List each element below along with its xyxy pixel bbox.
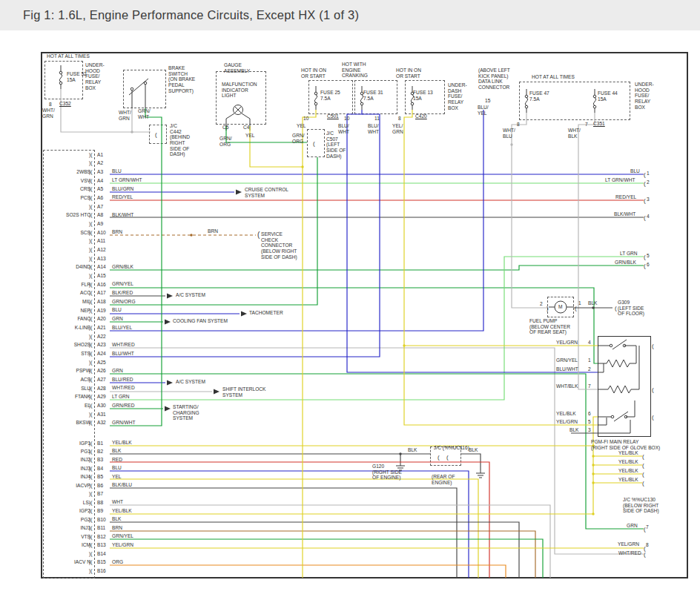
- fuel-pump-label: FUEL PUMP (BELOW CENTER OF REAR SEAT): [529, 318, 570, 335]
- jc-c507-label: J/C C507 (LEFT SIDE OF DASH): [326, 131, 346, 159]
- ecm-terminal-name: ICM: [49, 542, 90, 548]
- pin-label: B11: [97, 525, 105, 531]
- pin-label: A14: [97, 264, 106, 270]
- ecm-terminal-name: SHO2S: [49, 342, 90, 348]
- diagram-label: C5: [222, 125, 228, 131]
- pin-label: B15: [97, 559, 106, 565]
- diagram-label: UNDER- HOOD FUSE/ RELAY BOX: [85, 62, 105, 90]
- pin-label: A13: [97, 256, 106, 262]
- pin-label: B12: [97, 534, 106, 540]
- diagram-label: C4: [243, 125, 249, 131]
- diagram-label: BRN: [208, 228, 218, 234]
- pin-label: B14: [97, 551, 106, 557]
- g120-label: G120 (RIGHT SIDE OF ENGINE): [372, 464, 402, 481]
- diagram-label: 7: [585, 122, 588, 128]
- jc-c116-label: J/C (%%UC116): [434, 445, 469, 451]
- pin-label: B10: [97, 517, 106, 523]
- wire-color-label: BRN: [112, 229, 122, 235]
- pin-label: A2: [97, 160, 103, 166]
- ecm-terminal-name: BKSW: [49, 420, 90, 426]
- diagram-label: WHT/BLK: [556, 383, 578, 389]
- ecm-terminal-name: PG2: [49, 517, 90, 523]
- service-check-connector-label: SERVICE CHECK CONNECTOR (BELOW RIGHT SID…: [261, 231, 297, 260]
- diagram-label: YEL/BLK: [618, 477, 638, 483]
- diagram-label: 6: [588, 411, 591, 417]
- diagram-label: GRN/BLK: [615, 260, 636, 266]
- wire-color-label: GRN: [112, 316, 123, 322]
- diagram-label: YEL/GRN: [556, 419, 578, 425]
- pin-label: A1: [97, 152, 103, 158]
- wire-color-label: WHT/RED: [112, 385, 135, 391]
- diagram-label: 4: [588, 340, 591, 346]
- pin-label: A19: [97, 308, 106, 314]
- pin-connector-icon: )(: [89, 273, 92, 279]
- ecm-terminal-name: IGP2: [49, 508, 90, 514]
- diagram-label: 10: [303, 116, 308, 122]
- cooling-fan-label: COOLING FAN SYSTEM: [173, 318, 228, 324]
- diagram-label: 3: [588, 427, 591, 433]
- wire-color-label: BLU/GRN: [112, 186, 133, 192]
- pin-connector-icon: )(: [89, 160, 92, 166]
- diagram-label: RED/YEL: [615, 194, 636, 200]
- g309-label: G309 (LEFT SIDE OF FLOOR): [618, 300, 644, 317]
- pin-label: A10: [97, 230, 106, 236]
- diagram-label: YEL/ GRN: [392, 123, 403, 134]
- diagram-label: YEL/BLK: [618, 468, 638, 474]
- connector-c352: C352: [59, 101, 71, 107]
- pin-connector-icon: )(: [89, 491, 92, 497]
- pin-label: B5: [97, 474, 103, 480]
- ecm-terminal-name: IACV N: [49, 559, 90, 565]
- diagram-label: 5: [588, 419, 591, 425]
- diagram-label: GRN/ WHT: [138, 108, 150, 119]
- fuse-31-label: FUSE 31 7.5A: [363, 90, 383, 101]
- wire-color-label: BLK: [112, 448, 121, 454]
- diagram-label: 10: [344, 116, 349, 122]
- ac-system-label-2: A/C SYSTEM: [176, 379, 205, 385]
- ecm-terminal-name: PG1: [49, 449, 90, 455]
- diagram-label: YEL/BLK: [618, 459, 638, 465]
- wire-color-label: BLK/WHT: [112, 212, 133, 218]
- wire-color-label: GRN/BLK: [112, 264, 133, 270]
- wire-color-label: GRN/RED: [112, 403, 134, 409]
- wire-color-label: RED: [112, 457, 122, 463]
- ecm-terminal-name: LS-: [49, 500, 90, 506]
- diagram-label: BLU/WHT: [556, 366, 578, 372]
- pin-label: B6: [97, 483, 103, 489]
- ecm-terminal-name: FTANK: [49, 394, 90, 400]
- gauge-assembly-label: GAUGE ASSEMBLY: [224, 62, 250, 73]
- diagram-label: WHT/ BLK: [568, 128, 581, 139]
- wire-color-label: GRN/ORG: [112, 299, 136, 305]
- pin-label: A27: [97, 377, 106, 383]
- pin-label: A21: [97, 325, 106, 331]
- pin-label: A7: [97, 204, 103, 210]
- diagram-label: 3: [647, 197, 650, 202]
- diagram-label: YEL/GRN: [618, 541, 639, 547]
- fuse-25-label: FUSE 25 7.5A: [320, 90, 340, 101]
- wire-color-label: BRN: [112, 525, 122, 531]
- diagram-label: YEL: [297, 123, 306, 129]
- diagram-label: 2: [588, 366, 591, 372]
- wire-color-label: BLU: [112, 168, 122, 174]
- wire-color-label: BLU/YEL: [112, 325, 132, 331]
- diagram-label: 7: [588, 383, 591, 389]
- wire-color-label: BLK/RED: [112, 290, 133, 296]
- pin-connector-icon: )(: [89, 334, 92, 340]
- wire-color-label: YEL/BLK: [112, 508, 132, 514]
- diagram-label: LT GRN: [620, 251, 638, 257]
- diagram-label: WHT/ GRN: [42, 108, 55, 119]
- diagram-label: 1: [578, 300, 581, 306]
- pin-label: A18: [97, 299, 106, 305]
- wire-color-label: LT GRN/WHT: [112, 177, 142, 183]
- ecm-terminal-name: 2WBS: [49, 169, 90, 175]
- diagram-label: 7: [646, 524, 649, 530]
- pin-label: A25: [97, 360, 106, 366]
- pin-connector-icon: )(: [89, 360, 92, 366]
- wire-color-label: BLU: [112, 307, 122, 313]
- wire-color-label: BLU/WHT: [112, 351, 134, 357]
- wire-color-label: GRN/YEL: [112, 281, 133, 287]
- pin-label: A5: [97, 186, 103, 192]
- diagram-label: BLU/ WHT: [368, 123, 379, 134]
- page-canvas: Fig 1: 1.6L, Engine Performance Circuits…: [0, 0, 700, 600]
- ecm-terminal-name: CRS: [49, 186, 90, 192]
- pin-label: A32: [97, 420, 106, 426]
